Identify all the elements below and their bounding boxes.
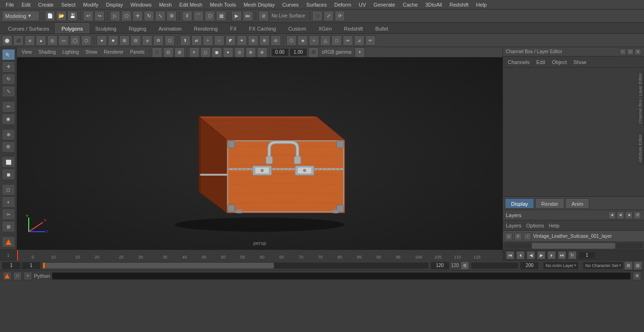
display-tab-render[interactable]: Render <box>535 198 564 209</box>
ao-icon[interactable]: ◎ <box>234 47 245 57</box>
create-poly[interactable]: ⬡ <box>2 184 15 195</box>
layer-visibility-btn[interactable]: V <box>505 233 512 240</box>
tab-redshift[interactable]: Redshift <box>338 23 369 33</box>
poly-gear-btn[interactable]: ⚙ <box>153 35 164 46</box>
loop-btn[interactable]: ↻ <box>568 251 577 259</box>
menu-mesh-display[interactable]: Mesh Display <box>240 0 279 9</box>
attribute-editor-side-tab[interactable]: Attribute Editor <box>637 131 644 165</box>
menu-file[interactable]: File <box>2 0 18 9</box>
plane-btn[interactable]: ▭ <box>58 35 69 46</box>
menu-uv[interactable]: UV <box>355 0 370 9</box>
cone-btn[interactable]: ▲ <box>36 35 46 46</box>
char-set-options-btn[interactable]: ⚙ <box>624 261 633 270</box>
poly-soccer-btn[interactable]: ⬡ <box>165 35 175 46</box>
maya-logo-small[interactable] <box>3 272 11 280</box>
channel-nav-object[interactable]: Object <box>550 58 569 66</box>
scale-tool-btn[interactable]: ⤡ <box>155 11 165 21</box>
cube-btn[interactable]: ⬛ <box>13 35 24 46</box>
go-to-end-btn[interactable]: ⏭ <box>558 251 566 259</box>
tab-polygons[interactable]: Polygons <box>55 23 89 33</box>
tab-fx-caching[interactable]: FX Caching <box>243 23 282 33</box>
insert-edge[interactable]: + <box>2 196 15 208</box>
channel-box-close-btn[interactable]: × <box>635 49 641 55</box>
lighting-menu-btn[interactable]: Lighting <box>59 48 82 57</box>
sculpt-btn[interactable]: ✏ <box>365 35 376 46</box>
layers-nav-options[interactable]: Options <box>526 223 544 228</box>
tab-rigging[interactable]: Rigging <box>123 23 152 33</box>
tab-curves-surfaces[interactable]: Curves / Surfaces <box>2 23 55 33</box>
extrude-btn[interactable]: ⬆ <box>180 35 190 46</box>
channel-nav-show[interactable]: Show <box>571 58 588 66</box>
frame-display-1[interactable]: 1 <box>2 262 21 269</box>
paint-select[interactable]: ◼ <box>2 169 15 180</box>
lasso-select-btn[interactable]: ⬠ <box>121 11 132 21</box>
color-space-label[interactable]: sRGB gamma <box>320 49 354 55</box>
cam-dolly-btn[interactable]: 🎥 <box>312 11 322 21</box>
undo-btn[interactable]: ↩ <box>83 11 93 21</box>
menu-surfaces[interactable]: Surfaces <box>303 0 330 9</box>
menu-generate[interactable]: Generate <box>370 0 399 9</box>
select-tool[interactable] <box>2 49 15 60</box>
cylinder-btn[interactable]: ⌀ <box>25 35 35 46</box>
tab-custom[interactable]: Custom <box>282 23 313 33</box>
ssr-icon[interactable]: ⊕ <box>246 47 256 57</box>
layers-scroll-thumb[interactable] <box>532 243 615 249</box>
connect-tool[interactable]: ⊞ <box>2 221 15 232</box>
layer-add2-btn[interactable]: ◄ <box>617 211 624 219</box>
move-tool-btn[interactable]: ✛ <box>132 11 143 21</box>
current-frame-field[interactable]: 1 <box>578 251 595 259</box>
poke-face-btn[interactable]: ✦ <box>237 35 247 46</box>
torus-btn[interactable]: ◎ <box>47 35 58 46</box>
menu-mesh[interactable]: Mesh <box>155 0 175 9</box>
frame-end-field[interactable]: 120 <box>430 262 449 269</box>
maya-icon-btn[interactable] <box>2 236 15 248</box>
python-command-input[interactable] <box>52 272 631 280</box>
snap-curve-btn[interactable]: ⌒ <box>193 11 204 21</box>
open-file-btn[interactable]: 📂 <box>56 11 66 21</box>
snap-point-btn[interactable]: ⬡ <box>205 11 215 21</box>
append-polygon-btn[interactable]: + <box>203 35 213 46</box>
poly-grid-btn[interactable]: ⊞ <box>119 35 130 46</box>
frame-display-2[interactable]: 1 <box>22 262 41 269</box>
special-sphere-btn[interactable]: ● <box>97 35 107 46</box>
anim-range-slider[interactable] <box>42 262 429 269</box>
color-space-icon[interactable]: ⬛ <box>308 47 319 57</box>
tab-rendering[interactable]: Rendering <box>188 23 224 33</box>
grid-icon[interactable]: # <box>189 47 199 57</box>
smooth-icon[interactable]: ● <box>223 47 233 57</box>
smooth-btn[interactable]: ≈ <box>309 35 319 46</box>
channel-box-side-tab[interactable]: Channel Box / Layer Editor <box>637 70 644 127</box>
layer-item[interactable]: V P / Vintage_Leather_Suitcase_001_layer <box>503 231 644 242</box>
rotate-tool-btn[interactable]: ↻ <box>144 11 154 21</box>
menu-edit[interactable]: Edit <box>18 0 34 9</box>
script-editor-close-btn[interactable]: × <box>24 272 32 280</box>
menu-create[interactable]: Create <box>34 0 58 9</box>
save-file-btn[interactable]: 💾 <box>67 11 78 21</box>
no-char-set-dropdown[interactable]: No Character Set ▾ <box>583 262 623 269</box>
menu-windows[interactable]: Windows <box>127 0 156 9</box>
platonic-btn[interactable]: ⬡ <box>81 35 91 46</box>
channel-box-minimize-btn[interactable]: − <box>619 49 626 55</box>
layer-playback-btn[interactable]: P <box>514 233 522 240</box>
soft-select[interactable]: ◉ <box>2 113 15 125</box>
go-to-start-btn[interactable]: ⏮ <box>506 251 514 259</box>
show-manip[interactable]: ⊕ <box>2 129 15 140</box>
channel-nav-channels[interactable]: Channels <box>506 58 531 66</box>
poly-cube2-btn[interactable]: ■ <box>108 35 118 46</box>
menu-modify[interactable]: Modify <box>79 0 102 9</box>
display-tab-display[interactable]: Display <box>505 198 534 209</box>
separate-btn[interactable]: ◈ <box>297 35 308 46</box>
depth-icon[interactable]: ⊗ <box>257 47 267 57</box>
quadrangulate-btn[interactable]: □ <box>331 35 342 46</box>
menu-mesh-tools[interactable]: Mesh Tools <box>206 0 239 9</box>
last-tool-btn[interactable]: ⚙ <box>166 11 177 21</box>
menu-deform[interactable]: Deform <box>330 0 355 9</box>
anim-range-handle-start[interactable] <box>43 263 45 268</box>
wedge-btn[interactable]: ◤ <box>225 35 236 46</box>
combine-btn[interactable]: ⬡ <box>286 35 297 46</box>
render-current-btn[interactable]: ▶ <box>231 11 242 21</box>
step-back-btn[interactable]: ⏴ <box>516 251 525 259</box>
layer-refresh-btn[interactable]: ↺ <box>634 211 641 219</box>
char-set-extra-btn[interactable]: ⊞ <box>634 261 642 270</box>
camera-icon[interactable]: 🎥 <box>152 47 162 57</box>
